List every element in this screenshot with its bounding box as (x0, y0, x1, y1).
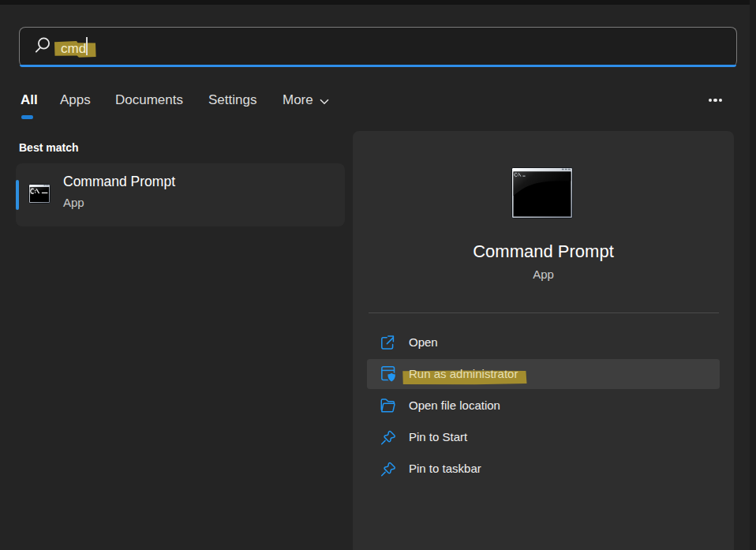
selection-accent-bar (16, 180, 19, 210)
tab-label: Settings (208, 92, 256, 108)
search-icon (35, 36, 52, 58)
open-external-icon (381, 336, 395, 350)
tab-settings[interactable]: Settings (208, 91, 256, 110)
tab-apps[interactable]: Apps (60, 91, 91, 110)
action-pin-to-taskbar[interactable]: Pin to taskbar (367, 453, 720, 485)
run-as-administrator-icon (381, 368, 395, 382)
tab-label: More (283, 92, 313, 108)
pin-icon (381, 462, 395, 477)
search-filter-tabs: AllAppsDocumentsSettingsMore (0, 91, 756, 110)
action-label: Pin to taskbar (409, 462, 481, 475)
tab-documents[interactable]: Documents (115, 91, 183, 110)
action-label: Open (409, 335, 438, 349)
preview-subtitle: App (353, 268, 734, 281)
command-prompt-icon (28, 184, 51, 207)
preview-panel: Command Prompt App Open Run as administr… (353, 131, 734, 550)
text-caret (86, 37, 88, 55)
tab-more[interactable]: More (283, 91, 329, 110)
action-open[interactable]: Open (367, 327, 720, 358)
action-label: Open file location (409, 398, 500, 412)
best-match-result[interactable]: Command Prompt App (16, 163, 345, 226)
preview-title: Command Prompt (353, 241, 734, 262)
dot (713, 99, 717, 102)
top-edge-shade (0, 0, 756, 5)
search-accent-underline (20, 65, 736, 67)
divider (369, 312, 719, 313)
action-run-as-administrator[interactable]: Run as administrator (367, 358, 720, 390)
chevron-down-icon (320, 93, 329, 109)
section-title: Best match (19, 141, 78, 154)
search-input[interactable]: cmd (19, 27, 737, 67)
tab-label: Documents (115, 92, 183, 108)
dot (719, 99, 722, 102)
search-query-text[interactable]: cmd (61, 39, 219, 59)
windows-search-flyout: cmd AllAppsDocumentsSettingsMore Best ma… (0, 0, 756, 550)
action-open-file-location[interactable]: Open file location (367, 390, 720, 421)
right-edge-shade (750, 0, 756, 550)
command-prompt-icon (511, 167, 573, 222)
action-label: Run as administrator (409, 367, 518, 380)
tab-label: Apps (60, 92, 91, 108)
pin-icon (381, 431, 395, 445)
ellipsis-icon[interactable] (709, 97, 722, 103)
active-tab-underline (21, 115, 33, 119)
tab-label: All (21, 92, 38, 108)
action-label: Pin to Start (409, 430, 467, 443)
folder-icon (381, 399, 395, 413)
dot (709, 99, 712, 102)
result-title: Command Prompt (63, 174, 175, 190)
action-pin-to-start[interactable]: Pin to Start (367, 421, 720, 453)
action-list: Open Run as administrator Open file loca… (367, 327, 720, 485)
result-subtitle: App (63, 196, 84, 209)
tab-all[interactable]: All (21, 91, 38, 110)
